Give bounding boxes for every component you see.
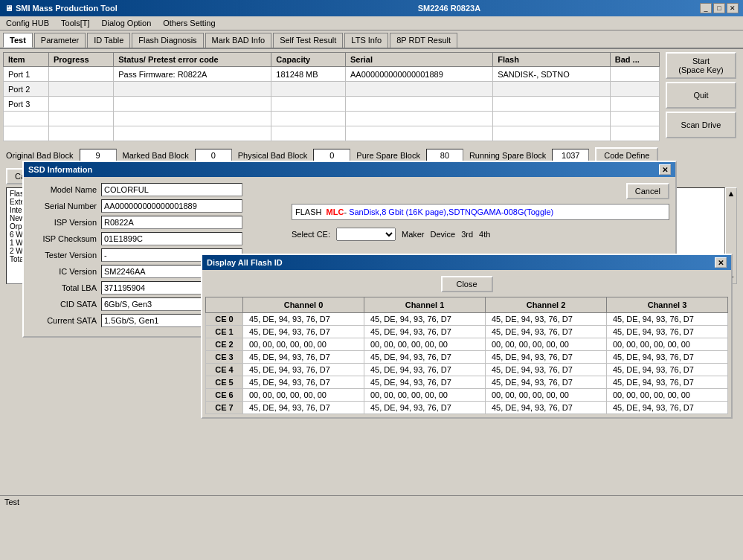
flash-cell: 00, 00, 00, 00, 00, 00 xyxy=(243,338,364,351)
flash-col-ch0: Channel 0 xyxy=(243,297,364,313)
title-bar-controls: _ □ ✕ xyxy=(700,3,739,13)
port3-bad xyxy=(610,97,659,112)
right-panel: Start (Space Key) Quit Scan Drive xyxy=(666,52,740,138)
isp-checksum-input[interactable] xyxy=(101,232,242,245)
menu-others[interactable]: Others Setting xyxy=(160,18,218,28)
isp-version-input[interactable] xyxy=(101,216,242,229)
ports-table: Item Progress Status/ Pretest error code… xyxy=(3,52,660,141)
menu-tools[interactable]: Tools[T] xyxy=(58,18,93,28)
select-ce-label: Select CE: xyxy=(292,230,330,239)
close-button[interactable]: ✕ xyxy=(727,3,739,13)
flash-cell: 45, DE, 94, 93, 76, D7 xyxy=(243,364,364,376)
tab-flash-diagnosis[interactable]: Flash Diagnosis xyxy=(132,33,203,48)
tab-8p-rdt[interactable]: 8P RDT Result xyxy=(390,33,457,48)
ic-version-label: IC Version xyxy=(30,267,97,276)
cancel-button[interactable]: Cancel xyxy=(626,183,669,199)
scan-drive-button[interactable]: Scan Drive xyxy=(666,112,736,138)
scroll-up-icon[interactable]: ▲ xyxy=(727,189,736,198)
menu-dialog[interactable]: Dialog Option xyxy=(99,18,155,28)
flash-info-box: FLASH MLC- SanDisk,8 Gbit (16K page),SDT… xyxy=(292,204,669,220)
version-label: SM2246 R0823A xyxy=(418,4,480,13)
flash-cell: 45, DE, 94, 93, 76, D7 xyxy=(607,402,728,414)
flash-cell: 45, DE, 94, 93, 76, D7 xyxy=(243,313,364,326)
flash-cell: 00, 00, 00, 00, 00, 00 xyxy=(486,389,607,402)
col-bad: Bad ... xyxy=(610,53,659,67)
flash-id-table: Channel 0 Channel 1 Channel 2 Channel 3 … xyxy=(205,297,728,414)
flash-device-label: SanDisk,8 Gbit (16K page),SDTNQGAMA-008G… xyxy=(349,207,553,216)
port3-flash xyxy=(493,97,611,112)
flash-cell: 45, DE, 94, 93, 76, D7 xyxy=(607,351,728,364)
minimize-button[interactable]: _ xyxy=(700,3,712,13)
flash-cell: 45, DE, 94, 93, 76, D7 xyxy=(486,364,607,376)
port2-flash xyxy=(493,82,611,97)
flash-cell: 45, DE, 94, 93, 76, D7 xyxy=(607,326,728,338)
table-row xyxy=(4,112,660,126)
port2-capacity xyxy=(271,82,346,97)
serial-number-input[interactable] xyxy=(101,199,242,213)
flash-id-dialog-body: Close Channel 0 Channel 1 Channel 2 Chan… xyxy=(202,270,731,417)
flash-ce-label: CE 0 xyxy=(206,313,243,326)
title-bar: 🖥 SMI Mass Production Tool SM2246 R0823A… xyxy=(0,0,743,16)
col-progress: Progress xyxy=(48,53,113,67)
marked-bad-label: Marked Bad Block xyxy=(123,151,189,160)
tab-test[interactable]: Test xyxy=(3,33,33,48)
port1-serial: AA000000000000001889 xyxy=(345,67,492,82)
flash-col-ch1: Channel 1 xyxy=(364,297,486,313)
flash-cell: 45, DE, 94, 93, 76, D7 xyxy=(486,351,607,364)
flash-col-ch2: Channel 2 xyxy=(486,297,607,313)
flash-table-row: CE 545, DE, 94, 93, 76, D745, DE, 94, 93… xyxy=(206,376,728,389)
tab-mark-bad-info[interactable]: Mark BAD Info xyxy=(205,33,272,48)
flash-cell: 45, DE, 94, 93, 76, D7 xyxy=(364,326,486,338)
menu-config[interactable]: Config HUB xyxy=(3,18,52,28)
tab-parameter[interactable]: Parameter xyxy=(34,33,86,48)
maximize-button[interactable]: □ xyxy=(713,3,725,13)
port3-item: Port 3 xyxy=(4,97,49,112)
tester-version-label: Tester Version xyxy=(30,251,97,260)
flash-table-row: CE 345, DE, 94, 93, 76, D745, DE, 94, 93… xyxy=(206,351,728,364)
port1-progress xyxy=(48,67,113,82)
tab-lts-info[interactable]: LTS Info xyxy=(344,33,388,48)
tab-id-table[interactable]: ID Table xyxy=(87,33,130,48)
port3-capacity xyxy=(271,97,346,112)
flash-cell: 45, DE, 94, 93, 76, D7 xyxy=(486,376,607,389)
flash-cell: 00, 00, 00, 00, 00, 00 xyxy=(486,338,607,351)
col-status: Status/ Pretest error code xyxy=(114,53,271,67)
model-name-input[interactable] xyxy=(101,183,242,196)
quit-button[interactable]: Quit xyxy=(666,82,736,109)
flash-table-row: CE 045, DE, 94, 93, 76, D745, DE, 94, 93… xyxy=(206,313,728,326)
port2-bad xyxy=(610,82,659,97)
flash-cell: 45, DE, 94, 93, 76, D7 xyxy=(243,402,364,414)
ssd-dialog-close-button[interactable]: ✕ xyxy=(659,164,671,175)
flash-table-row: CE 200, 00, 00, 00, 00, 0000, 00, 00, 00… xyxy=(206,338,728,351)
flash-type-label: MLC xyxy=(327,207,344,216)
port2-status xyxy=(114,82,271,97)
tab-bar: Test Parameter ID Table Flash Diagnosis … xyxy=(0,30,743,49)
isp-checksum-label: ISP Checksum xyxy=(30,234,97,243)
flash-cell: 00, 00, 00, 00, 00, 00 xyxy=(607,389,728,402)
flash-ce-label: CE 4 xyxy=(206,364,243,376)
start-button[interactable]: Start (Space Key) xyxy=(666,52,736,79)
isp-version-label: ISP Version xyxy=(30,218,97,227)
app-title: SMI Mass Production Tool xyxy=(16,4,118,13)
flash-cell: 45, DE, 94, 93, 76, D7 xyxy=(364,351,486,364)
close-flash-dialog-button[interactable]: Close xyxy=(441,276,493,292)
status-bar: Test xyxy=(0,495,743,508)
flash-cell: 45, DE, 94, 93, 76, D7 xyxy=(607,313,728,326)
tab-self-test[interactable]: Self Test Result xyxy=(273,33,343,48)
flash-id-dialog-close-button[interactable]: ✕ xyxy=(715,257,727,268)
total-lba-label: Total LBA xyxy=(30,283,97,292)
flash-ce-label: CE 7 xyxy=(206,402,243,414)
flash-ce-label: CE 6 xyxy=(206,389,243,402)
model-name-label: Model Name xyxy=(30,185,97,194)
table-row: Port 2 xyxy=(4,82,660,97)
maker-label: Maker xyxy=(402,230,425,239)
port2-serial xyxy=(345,82,492,97)
flash-table-row: CE 445, DE, 94, 93, 76, D745, DE, 94, 93… xyxy=(206,364,728,376)
select-ce-dropdown[interactable] xyxy=(336,228,396,241)
status-text: Test xyxy=(4,498,19,506)
flash-id-dialog: Display All Flash ID ✕ Close Channel 0 C… xyxy=(201,254,733,419)
flash-ce-label: CE 5 xyxy=(206,376,243,389)
flash-col-ce xyxy=(206,297,243,313)
flash-table-row: CE 745, DE, 94, 93, 76, D745, DE, 94, 93… xyxy=(206,402,728,414)
flash-ce-label: CE 1 xyxy=(206,326,243,338)
